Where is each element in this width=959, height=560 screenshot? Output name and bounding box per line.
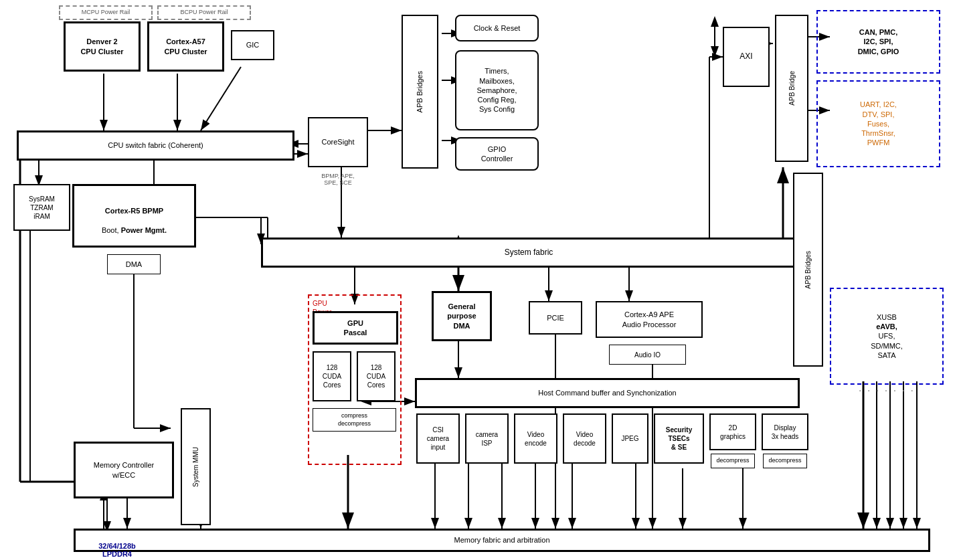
cortex-a57-box: Cortex-A57 CPU Cluster (147, 21, 224, 72)
video-encode-box: Video encode (514, 413, 557, 464)
cuda2-box: 128 CUDA Cores (357, 351, 396, 401)
cpu-switch-fabric-box: CPU switch fabric (Coherent) (17, 130, 294, 161)
apb-bridge-right-box: APB Bridge (775, 15, 808, 162)
host-command-box: Host Command buffer and Synchonization (415, 378, 800, 408)
csi-camera-box: CSI camera input (416, 413, 460, 464)
cuda1-box: 128 CUDA Cores (313, 351, 351, 401)
memory-fabric-box: Memory fabric and arbitration (74, 529, 930, 552)
dma-small-box: DMA (107, 254, 161, 274)
graphics-2d-box: 2D graphics (709, 413, 756, 450)
jpeg-box: JPEG (612, 413, 648, 464)
coresight-sub-label: BPMP, APE, SPE, SCE (308, 173, 368, 186)
memory-controller-box: Memory Controller w/ECC (74, 442, 174, 498)
bcpu-power-rail: BCPU Power Rail (157, 5, 251, 20)
axi-box: AXI (723, 27, 770, 87)
svg-line-5 (201, 67, 241, 130)
xusb-dots: · · · · · · · (830, 385, 944, 397)
sysram-box: SysRAM TZRAM iRAM (13, 184, 70, 231)
gic-box: GIC (231, 30, 274, 60)
diagram-container: MCPU Power Rail BCPU Power Rail Denver 2… (0, 0, 959, 560)
lpddr4-label: 32/64/128b LPDDR4 (77, 542, 157, 558)
clock-reset-box: Clock & Reset (455, 15, 539, 41)
cortex-r5-box: Cortex-R5 BPMP Boot, Power Mgmt. (72, 184, 196, 248)
xusb-eavb-box: XUSB eAVB, UFS, SD/MMC, SATA (830, 288, 944, 385)
security-tsecs-box: Security TSECs & SE (654, 413, 704, 464)
cortex-a9-box: Cortex-A9 APE Audio Processor (596, 301, 703, 338)
pcie-box: PCIE (529, 301, 582, 335)
audio-io-box: Audio IO (609, 345, 686, 365)
general-purpose-dma-box: General purpose DMA (432, 291, 492, 341)
gpio-controller-box: GPIO Controller (455, 137, 539, 171)
display-3x-box: Display 3x heads (762, 413, 808, 450)
camera-isp-box: camera ISP (465, 413, 509, 464)
apb-bridges-top-box: APB Bridges (402, 15, 438, 169)
gpu-pascal-box: GPU Pascal (313, 311, 398, 345)
system-mmu-box: System MMU (181, 408, 211, 525)
system-fabric-box: System fabric (261, 238, 796, 268)
mcpu-power-rail: MCPU Power Rail (59, 5, 153, 20)
decompress-2d-box: decompress (711, 454, 755, 468)
uart-etc-box: UART, I2C, DTV, SPI, Fuses, ThrmSnsr, PW… (816, 80, 940, 167)
coresight-box: CoreSight (308, 117, 368, 167)
can-pmc-box: CAN, PMC, I2C, SPI, DMIC, GPIO (816, 10, 940, 74)
timers-box: Timers, Mailboxes, Semaphore, Config Reg… (455, 50, 539, 130)
apb-bridges-right-box: APB Bridges (793, 173, 823, 367)
compress-decompress-box: compress decompress (313, 408, 396, 432)
decompress-display-box: decompress (763, 454, 807, 468)
denver2-box: Denver 2 CPU Cluster (64, 21, 141, 72)
video-decode-box: Video decode (563, 413, 606, 464)
